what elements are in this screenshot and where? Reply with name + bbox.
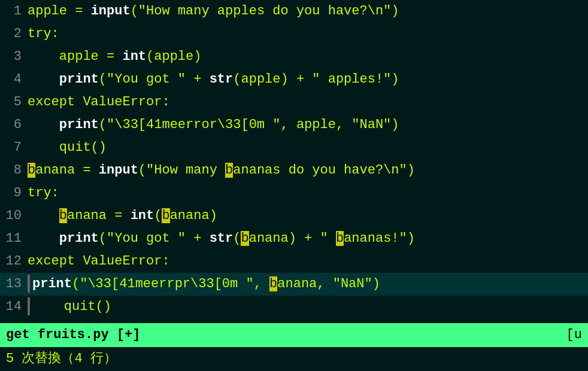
keyword-print-13: print bbox=[32, 276, 72, 291]
keyword-input-8: input bbox=[99, 163, 138, 178]
code-line-9: 9 try: bbox=[0, 182, 588, 205]
line-number-3: 3 bbox=[0, 45, 28, 68]
line-14-border bbox=[28, 297, 30, 315]
line-content-6: print("\33[41meerror\33[0m ", apple, "Na… bbox=[28, 114, 588, 136]
line-number-14: 14 bbox=[0, 296, 28, 318]
code-line-3: 3 apple = int(apple) bbox=[0, 45, 588, 68]
code-line-11: 11 print("You got " + str(banana) + " ba… bbox=[0, 227, 588, 250]
tilde-char: ~ bbox=[28, 318, 588, 323]
line-content-10: banana = int(banana) bbox=[28, 205, 588, 227]
keyword-print-4: print bbox=[59, 72, 99, 87]
code-line-1: 1 apple = input("How many apples do you … bbox=[0, 0, 588, 23]
keyword-print-11: print bbox=[59, 231, 99, 246]
line-content-9: try: bbox=[28, 182, 588, 205]
code-line-10: 10 banana = int(banana) bbox=[0, 205, 588, 227]
line-13-border bbox=[28, 275, 30, 293]
keyword-print-6: print bbox=[59, 117, 99, 132]
keyword-input: input bbox=[91, 4, 131, 19]
line-number-1: 1 bbox=[0, 0, 28, 23]
line-content-5: except ValueError: bbox=[28, 91, 588, 114]
line-number-4: 4 bbox=[0, 68, 28, 91]
line-content-11: print("You got " + str(banana) + " banan… bbox=[28, 227, 588, 250]
highlight-b-10a: b bbox=[59, 208, 67, 223]
highlight-b-8a: b bbox=[28, 163, 35, 178]
line-content-13: print("\33[41meerrpr\33[0m ", banana, "N… bbox=[28, 273, 588, 296]
line-content-1: apple = input("How many apples do you ha… bbox=[28, 0, 588, 23]
statusbar-filename: get fruits.py [+] bbox=[6, 323, 140, 347]
line-content-8: banana = input("How many bananas do you … bbox=[28, 159, 588, 182]
message-text: 5 次替換（4 行） bbox=[6, 351, 117, 366]
line-number-6: 6 bbox=[0, 114, 28, 136]
line-content-3: apple = int(apple) bbox=[28, 45, 588, 68]
code-line-14: 14 quit() bbox=[0, 296, 588, 318]
line-number-10: 10 bbox=[0, 205, 28, 227]
highlight-b-13: b bbox=[269, 276, 277, 291]
line-number-11: 11 bbox=[0, 227, 28, 250]
message-bar: 5 次替換（4 行） bbox=[0, 347, 588, 371]
line-number-13: 13 bbox=[0, 273, 28, 296]
highlight-b-10b: b bbox=[162, 208, 169, 223]
tilde-line: ~ bbox=[0, 318, 588, 323]
highlight-b-11b: b bbox=[336, 231, 344, 246]
line-number-2: 2 bbox=[0, 23, 28, 45]
code-line-2: 2 try: bbox=[0, 23, 588, 45]
line-number-5: 5 bbox=[0, 91, 28, 114]
line-content-12: except ValueError: bbox=[28, 250, 588, 273]
highlight-b-8b: b bbox=[225, 163, 233, 178]
keyword-int-3: int bbox=[122, 49, 146, 64]
code-line-13: 13 print("\33[41meerrpr\33[0m ", banana,… bbox=[0, 273, 588, 296]
code-line-4: 4 print("You got " + str(apple) + " appl… bbox=[0, 68, 588, 91]
keyword-int-10: int bbox=[131, 208, 154, 223]
code-line-8: 8 banana = input("How many bananas do yo… bbox=[0, 159, 588, 182]
code-editor[interactable]: 1 apple = input("How many apples do you … bbox=[0, 0, 588, 323]
keyword-str-11: str bbox=[210, 231, 234, 246]
line-number-12: 12 bbox=[0, 250, 28, 273]
code-lines: 1 apple = input("How many apples do you … bbox=[0, 0, 588, 323]
line-content-2: try: bbox=[28, 23, 588, 45]
code-line-12: 12 except ValueError: bbox=[0, 250, 588, 273]
code-line-7: 7 quit() bbox=[0, 136, 588, 159]
keyword-str-4: str bbox=[210, 72, 234, 87]
line-content-7: quit() bbox=[28, 136, 588, 159]
code-line-5: 5 except ValueError: bbox=[0, 91, 588, 114]
line-number-7: 7 bbox=[0, 136, 28, 159]
line-content-4: print("You got " + str(apple) + " apples… bbox=[28, 68, 588, 91]
line-number-8: 8 bbox=[0, 159, 28, 182]
line-content-14: quit() bbox=[28, 296, 588, 318]
line-number-9: 9 bbox=[0, 182, 28, 205]
statusbar-right: [u bbox=[566, 323, 582, 347]
code-line-6: 6 print("\33[41meerror\33[0m ", apple, "… bbox=[0, 114, 588, 136]
status-bar: get fruits.py [+] [u bbox=[0, 323, 588, 347]
highlight-b-11a: b bbox=[241, 231, 248, 246]
